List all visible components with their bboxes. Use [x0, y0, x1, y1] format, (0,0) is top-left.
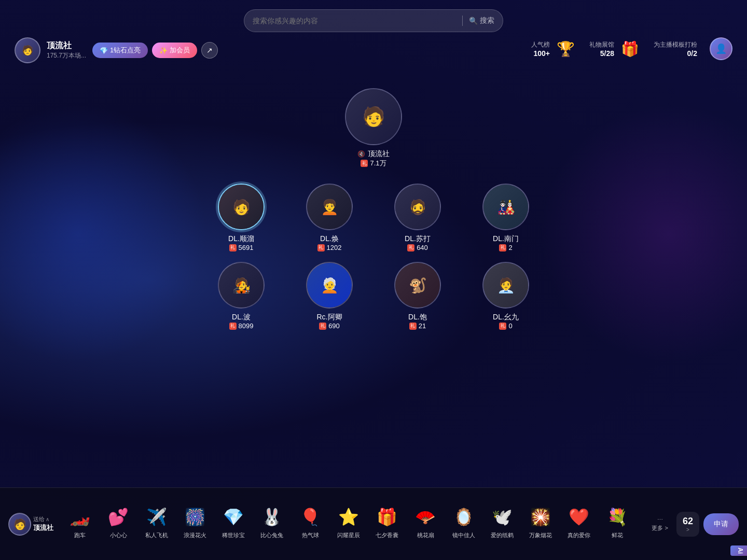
gift-item-car[interactable]: 🏎️ 跑车 — [62, 500, 98, 543]
gift-name-balloon: 热气球 — [302, 531, 319, 539]
node-jiujiu[interactable]: 🧑‍💼 DL.幺九 礼 0 — [482, 262, 529, 330]
node-jiujiu-score: 礼 0 — [499, 322, 512, 330]
gift-item-qixi[interactable]: 🎁 七夕香囊 — [369, 500, 405, 543]
gift-icon-mirror: 🪞 — [451, 505, 476, 529]
top-buttons: 💎 1钻石点亮 ✨ 加会员 ↗ — [92, 42, 218, 59]
bottom-avatar-emoji: 🧑 — [13, 518, 26, 530]
gift-item-heart[interactable]: 💕 小心心 — [100, 500, 136, 543]
gift-item-mirror[interactable]: 🪞 镜中佳人 — [446, 500, 482, 543]
gift-name-heart: 小心心 — [110, 531, 127, 539]
member-button[interactable]: ✨ 加会员 — [152, 43, 197, 58]
streamer-avatar-emoji: 🧑 — [22, 45, 33, 56]
streamer-bar: 🧑 顶流社 175.7万本场... 💎 1钻石点亮 ✨ 加会员 ↗ — [15, 37, 218, 63]
score-icon-soda: 礼 — [407, 244, 414, 251]
top-node-score: 礼 7.1万 — [361, 159, 386, 168]
member-label: 加会员 — [170, 46, 190, 55]
node-nanmen[interactable]: 🎎 DL.南门 礼 2 — [482, 184, 529, 251]
search-input[interactable] — [253, 17, 456, 25]
streamer-avatar[interactable]: 🧑 — [15, 37, 40, 63]
broadcaster-text: 为主播模板打粉 0/2 — [654, 40, 697, 58]
node-aniang-avatar[interactable]: 🧑‍🦳 — [306, 262, 353, 309]
node-nanmen-name: DL.南门 — [493, 234, 519, 244]
gift-icon-crane: 🕊️ — [490, 505, 515, 529]
popularity-stat[interactable]: 人气榜 100+ 🏆 — [531, 37, 577, 60]
trophy-icon: 🏆 — [557, 40, 575, 58]
gift-item-peach[interactable]: 🪭 桃花扇 — [407, 500, 444, 543]
node-jiujiu-name: DL.幺九 — [493, 313, 519, 322]
more-icon: ⋯ — [657, 516, 663, 523]
search-bar-container: 🔍 搜索 — [244, 9, 503, 32]
jiujiu-score-value: 0 — [508, 322, 512, 330]
soda-score-value: 640 — [417, 244, 428, 251]
gift-item-flower[interactable]: 🎆 浪漫花火 — [177, 500, 213, 543]
gift-icon-qixi: 🎁 — [375, 505, 399, 529]
gift-name-flower: 浪漫花火 — [184, 531, 206, 539]
node-jiujiu-avatar[interactable]: 🧑‍💼 — [482, 262, 529, 309]
gift-icon-rabbit: 🐰 — [259, 505, 284, 529]
coin-display[interactable]: 62 > — [676, 512, 699, 537]
node-row-1: 🧑 DL.顺溜 礼 5691 🧑‍🦱 DL.焕 礼 1202 🧔 DL.苏打 — [218, 184, 529, 251]
top-node-name: 🔇 顶流社 — [357, 149, 390, 159]
node-row-2: 🧑‍🎤 DL.波 礼 8099 🧑‍🦳 Rc.阿卿 礼 690 🐒 DL.饱 — [218, 262, 529, 330]
gift-icon-gem: 💎 — [221, 505, 246, 529]
ai-label: Ai — [737, 548, 744, 554]
gift-item-gem[interactable]: 💎 稀世珍宝 — [215, 500, 252, 543]
gift-item-plane[interactable]: ✈️ 私人飞机 — [139, 500, 175, 543]
gift-icon-car: 🏎️ — [67, 505, 92, 529]
jiujiu-avatar-img: 🧑‍💼 — [483, 263, 528, 307]
node-bao-name: DL.饱 — [408, 313, 427, 322]
share-button[interactable]: ↗ — [201, 42, 218, 59]
node-nanmen-avatar[interactable]: 🎎 — [482, 184, 529, 230]
bottom-user-avatar[interactable]: 🧑 — [8, 513, 31, 536]
gift-name-rabbit: 比心兔兔 — [260, 531, 283, 539]
gift-item-smoke[interactable]: 🎇 万象烟花 — [522, 500, 559, 543]
node-bo-score: 礼 8099 — [229, 322, 254, 330]
gift-name-qixi: 七夕香囊 — [376, 531, 398, 539]
node-huan[interactable]: 🧑‍🦱 DL.焕 礼 1202 — [306, 184, 353, 251]
node-soda-avatar[interactable]: 🧔 — [394, 184, 441, 230]
bao-score-value: 21 — [419, 322, 426, 330]
ai-badge[interactable]: Ai — [730, 545, 747, 556]
gift-item-rabbit[interactable]: 🐰 比心兔兔 — [254, 500, 290, 543]
diamond-button[interactable]: 💎 1钻石点亮 — [92, 43, 148, 58]
broadcaster-stat[interactable]: 为主播模板打粉 0/2 — [654, 40, 697, 58]
node-bao[interactable]: 🐒 DL.饱 礼 21 — [394, 262, 441, 330]
node-huan-avatar[interactable]: 🧑‍🦱 — [306, 184, 353, 230]
score-icon-top: 礼 — [361, 160, 368, 167]
score-icon-aniang: 礼 — [319, 323, 326, 330]
node-bo-name: DL.波 — [232, 313, 251, 322]
apply-button[interactable]: 申请 — [703, 513, 739, 535]
top-node-avatar[interactable]: 🧑 — [345, 88, 402, 145]
gift-name-smoke: 万象烟花 — [529, 531, 552, 539]
node-shun-avatar[interactable]: 🧑 — [218, 184, 265, 230]
popularity-icon: 🏆 — [554, 37, 577, 60]
node-bo-avatar[interactable]: 🧑‍🎤 — [218, 262, 265, 309]
user-avatar-top[interactable]: 👤 — [710, 37, 732, 60]
node-bo[interactable]: 🧑‍🎤 DL.波 礼 8099 — [218, 262, 265, 330]
node-aniang[interactable]: 🧑‍🦳 Rc.阿卿 礼 690 — [306, 262, 353, 330]
gift-item-balloon[interactable]: 🎈 热气球 — [292, 500, 328, 543]
more-button[interactable]: ⋯ 更多 > — [647, 512, 672, 536]
search-button[interactable]: 🔍 搜索 — [469, 16, 494, 25]
search-icon: 🔍 — [469, 17, 478, 25]
gift-name-gem: 稀世珍宝 — [222, 531, 245, 539]
node-bao-avatar[interactable]: 🐒 — [394, 262, 441, 309]
gift-item-fresh[interactable]: 💐 鲜花 — [599, 500, 635, 543]
node-soda[interactable]: 🧔 DL.苏打 礼 640 — [394, 184, 441, 251]
gift-item-love[interactable]: ❤️ 真的爱你 — [561, 500, 597, 543]
top-node[interactable]: 🧑 🔇 顶流社 礼 7.1万 — [345, 88, 402, 168]
gift-icon-love: ❤️ — [566, 505, 591, 529]
coin-arrow: > — [686, 527, 689, 533]
gift-item-star[interactable]: ⭐ 闪耀星辰 — [330, 500, 367, 543]
send-to: 顶流社 — [33, 523, 53, 533]
gifts-stat[interactable]: 礼物展馆 5/28 🎁 — [589, 37, 641, 60]
gifts-text: 礼物展馆 5/28 — [589, 40, 614, 58]
top-node-score-value: 7.1万 — [370, 159, 386, 168]
gifts-value: 5/28 — [589, 49, 614, 58]
node-shun-score: 礼 5691 — [229, 244, 254, 251]
score-icon-nanmen: 礼 — [499, 244, 506, 251]
node-shun[interactable]: 🧑 DL.顺溜 礼 5691 — [218, 184, 265, 251]
popularity-text: 人气榜 100+ — [531, 40, 550, 58]
score-icon-huan: 礼 — [317, 244, 325, 251]
gift-item-crane[interactable]: 🕊️ 爱的纸鹤 — [484, 500, 520, 543]
